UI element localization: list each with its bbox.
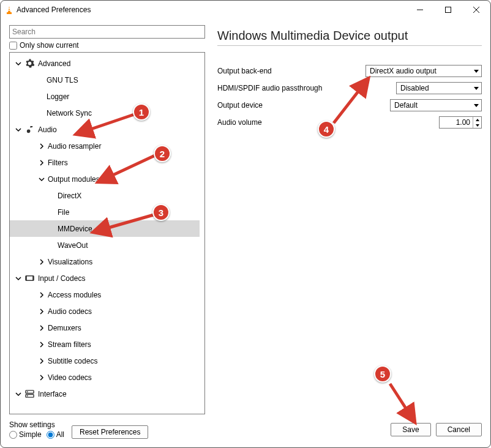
minimize-button[interactable] [406, 1, 434, 19]
tree-item-label: WaveOut [58, 241, 88, 250]
svg-point-12 [26, 391, 28, 392]
maximize-button[interactable] [434, 1, 462, 19]
tree-item-label: Audio [38, 125, 57, 134]
svg-rect-9 [32, 276, 34, 281]
tree-item-label: DirectX [58, 192, 81, 200]
spin-down-button[interactable] [473, 122, 481, 128]
tree-item-label: Logger [47, 92, 69, 101]
tree-item-filters[interactable]: Filters [10, 154, 200, 171]
audio-volume-label: Audio volume [217, 118, 334, 127]
tree-item-label: GNU TLS [47, 76, 78, 84]
chevron-down-icon[interactable] [37, 176, 47, 182]
svg-rect-1 [9, 8, 10, 9]
svg-rect-7 [25, 276, 33, 281]
chevron-right-icon[interactable] [37, 342, 47, 348]
cancel-button[interactable]: Cancel [436, 423, 482, 436]
svg-rect-0 [7, 12, 12, 14]
spin-up-button[interactable] [473, 117, 481, 122]
only-show-current-row[interactable]: Only show current [9, 41, 205, 50]
chevron-right-icon[interactable] [37, 259, 47, 265]
only-show-current-checkbox[interactable] [9, 42, 17, 50]
tree-item-label: Audio codecs [48, 307, 92, 316]
audio-icon [24, 125, 34, 135]
passthrough-combo[interactable]: Disabled [396, 82, 482, 94]
output-device-label: Output device [217, 101, 334, 110]
tree-item-subtitle-codecs[interactable]: Subtitle codecs [10, 353, 200, 369]
chevron-right-icon[interactable] [37, 160, 47, 166]
gear-icon [24, 59, 34, 69]
passthrough-value: Disabled [400, 84, 429, 92]
tree-item-gnu-tls[interactable]: GNU TLS [10, 72, 200, 88]
vlc-cone-icon [6, 6, 13, 13]
tree-item-label: Video codecs [48, 373, 92, 382]
svg-rect-8 [25, 276, 26, 281]
tree-item-network-sync[interactable]: Network Sync [10, 105, 200, 121]
window-title: Advanced Preferences [17, 6, 91, 14]
audio-volume-spinner[interactable]: 1.00 [439, 116, 482, 129]
tree-item-label: Demuxers [48, 324, 81, 332]
tree-item-mmdevice[interactable]: MMDevice [10, 220, 200, 237]
show-settings-simple[interactable]: Simple [9, 430, 42, 439]
tree-item-demuxers[interactable]: Demuxers [10, 319, 200, 336]
caret-down-icon [474, 104, 479, 107]
tree-item-label: Stream filters [48, 340, 91, 349]
show-settings-label: Show settings [9, 420, 64, 429]
chevron-down-icon[interactable] [13, 391, 23, 397]
save-button[interactable]: Save [391, 423, 430, 436]
tree-item-audio[interactable]: Audio [10, 121, 200, 138]
tree-item-label: Advanced [38, 59, 70, 68]
tree-item-logger[interactable]: Logger [10, 88, 200, 105]
tree-item-visualizations[interactable]: Visualizations [10, 253, 200, 270]
show-settings-all-radio[interactable] [47, 431, 54, 439]
chevron-right-icon[interactable] [37, 358, 47, 364]
tree-item-label: MMDevice [58, 225, 92, 233]
tree-scroll[interactable]: AdvancedGNU TLSLoggerNetwork SyncAudioAu… [10, 53, 200, 414]
tree-item-access-modules[interactable]: Access modules [10, 286, 200, 303]
tree-item-file[interactable]: File [10, 204, 200, 220]
search-input[interactable] [9, 25, 205, 39]
chevron-right-icon[interactable] [37, 308, 47, 315]
caret-down-icon [474, 70, 479, 73]
tree-item-advanced[interactable]: Advanced [10, 55, 200, 72]
output-device-combo[interactable]: Default [390, 99, 482, 111]
tree-item-audio-codecs[interactable]: Audio codecs [10, 303, 200, 319]
tree-item-label: Access modules [48, 291, 101, 299]
panel-separator [217, 45, 482, 46]
tree-item-label: Audio resampler [48, 142, 101, 151]
show-settings-simple-radio[interactable] [9, 431, 17, 439]
chevron-right-icon[interactable] [37, 325, 47, 331]
tree-item-label: Input / Codecs [38, 274, 85, 283]
tree-item-input-codecs[interactable]: Input / Codecs [10, 270, 200, 286]
tree-item-audio-resampler[interactable]: Audio resampler [10, 138, 200, 154]
interface-icon [24, 389, 34, 399]
output-device-value: Default [394, 101, 418, 110]
show-settings-all[interactable]: All [47, 430, 64, 439]
tree-item-interface[interactable]: Interface [10, 386, 200, 402]
tree-item-label: Visualizations [48, 258, 92, 266]
close-button[interactable] [462, 1, 490, 19]
tree-item-waveout[interactable]: WaveOut [10, 237, 200, 253]
output-backend-combo[interactable]: DirectX audio output [365, 65, 482, 77]
audio-volume-value: 1.00 [440, 117, 473, 128]
caret-down-icon [474, 87, 479, 90]
svg-point-13 [26, 395, 28, 397]
tree-item-label: Filters [48, 159, 68, 167]
chevron-down-icon[interactable] [13, 127, 23, 133]
tree-item-output-modules[interactable]: Output modules [10, 171, 200, 187]
tree-item-directx[interactable]: DirectX [10, 187, 200, 204]
chevron-right-icon[interactable] [37, 375, 47, 381]
chevron-right-icon[interactable] [37, 292, 47, 298]
reset-preferences-button[interactable]: Reset Preferences [72, 425, 148, 439]
chevron-down-icon[interactable] [13, 61, 23, 67]
tree-item-label: Output modules [48, 175, 100, 184]
preferences-tree: AdvancedGNU TLSLoggerNetwork SyncAudioAu… [9, 52, 205, 414]
only-show-current-label: Only show current [20, 41, 79, 50]
codec-icon [24, 274, 34, 283]
chevron-right-icon[interactable] [37, 143, 47, 149]
passthrough-label: HDMI/SPDIF audio passthrough [217, 84, 334, 92]
svg-rect-2 [8, 10, 10, 10]
chevron-down-icon[interactable] [13, 275, 23, 282]
panel-title: Windows Multimedia Device output [217, 29, 482, 43]
tree-item-video-codecs[interactable]: Video codecs [10, 369, 200, 386]
tree-item-stream-filters[interactable]: Stream filters [10, 336, 200, 353]
